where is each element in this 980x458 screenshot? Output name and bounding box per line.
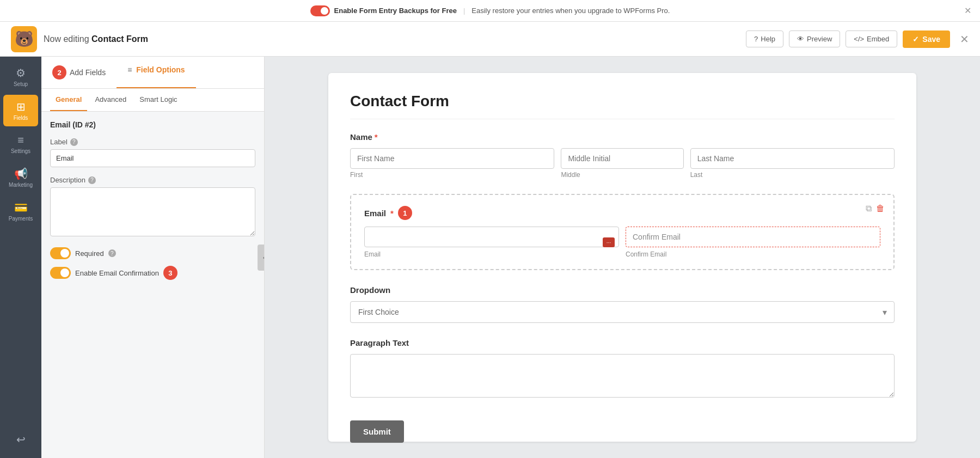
email-section[interactable]: Email * 1 ··· Email Confirm Email	[350, 194, 895, 270]
email-input-wrap: ··· Email	[364, 227, 619, 258]
sidebar-item-history[interactable]: ↩	[3, 428, 38, 451]
tab-add-fields[interactable]: 2 Add Fields	[41, 57, 117, 88]
sub-tab-general[interactable]: General	[50, 89, 87, 111]
description-textarea[interactable]	[50, 187, 255, 236]
form-divider	[350, 119, 895, 119]
description-help-icon[interactable]: ?	[88, 176, 96, 184]
middle-initial-field: Middle	[561, 148, 683, 179]
paragraph-section: Paragraph Text	[350, 338, 895, 400]
field-options-label: Field Options	[136, 65, 185, 74]
confirm-email-wrap: Confirm Email Confirm Email	[626, 227, 880, 258]
dropdown-label: Dropdown	[350, 285, 895, 295]
fields-label: Fields	[14, 115, 28, 121]
panel-tabs: 2 Add Fields ≡ Field Options	[41, 57, 264, 89]
banner-description: Easily restore your entries when you upg…	[471, 7, 670, 15]
logo-icon: 🐻	[11, 26, 37, 52]
sub-tabs: General Advanced Smart Logic	[41, 89, 264, 112]
banner-toggle[interactable]	[310, 5, 330, 16]
first-name-input[interactable]	[350, 148, 554, 169]
sidebar-item-marketing[interactable]: 📢 Marketing	[3, 162, 38, 193]
label-help-icon[interactable]: ?	[70, 138, 78, 146]
save-button[interactable]: ✓ Save	[903, 30, 950, 48]
email-row: ··· Email Confirm Email Confirm Email	[364, 227, 880, 258]
collapse-panel-button[interactable]: ‹	[258, 245, 265, 271]
settings-label: Settings	[11, 148, 30, 154]
email-btn-icon: ···	[607, 240, 611, 246]
form-name-header: Contact Form	[91, 34, 148, 44]
editing-prefix: Now editing	[44, 34, 89, 44]
app-layout: ⚙ Setup ⊞ Fields ≡ Settings 📢 Marketing …	[0, 57, 980, 458]
embed-button[interactable]: </> Embed	[846, 30, 897, 47]
panel-content: Email (ID #2) Label ? Description ? Requ…	[41, 112, 264, 295]
email-confirm-toggle[interactable]	[50, 267, 71, 279]
description-group: Description ?	[50, 176, 255, 239]
email-confirm-label: Enable Email Confirmation	[75, 269, 159, 277]
name-section: Name * First Middle Last	[350, 132, 895, 179]
email-icon-button[interactable]: ···	[603, 237, 615, 247]
tab-field-options[interactable]: ≡ Field Options	[117, 57, 196, 88]
header-actions: ? Help 👁 Preview </> Embed ✓ Save ✕	[746, 30, 969, 48]
main-header: 🐻 Now editing Contact Form ? Help 👁 Prev…	[0, 22, 980, 57]
name-required-star: *	[375, 132, 378, 142]
label-input[interactable]	[50, 149, 255, 167]
first-name-field: First	[350, 148, 554, 179]
delete-icon[interactable]: 🗑	[876, 204, 885, 213]
first-sub-label: First	[350, 171, 554, 179]
sidebar-item-settings[interactable]: ≡ Settings	[3, 129, 38, 160]
last-name-input[interactable]	[690, 148, 895, 169]
field-options-icon: ≡	[127, 65, 132, 74]
sub-tab-smart-logic[interactable]: Smart Logic	[134, 89, 182, 111]
banner-close[interactable]: ✕	[964, 5, 971, 16]
badge-1: 1	[398, 206, 412, 220]
sidebar-item-fields[interactable]: ⊞ Fields	[3, 95, 38, 126]
email-required-star: *	[390, 209, 394, 218]
preview-icon: 👁	[797, 35, 804, 43]
payments-label: Payments	[9, 216, 33, 222]
required-toggle[interactable]	[50, 247, 71, 259]
settings-icon: ≡	[17, 134, 24, 146]
help-button[interactable]: ? Help	[746, 30, 783, 47]
label-field-label: Label ?	[50, 138, 255, 146]
field-id-title: Email (ID #2)	[50, 120, 255, 129]
field-options-panel: 2 Add Fields ≡ Field Options General Adv…	[41, 57, 265, 458]
duplicate-icon[interactable]: ⧉	[866, 204, 872, 213]
dropdown-select[interactable]: First Choice	[350, 301, 895, 323]
label-group: Label ?	[50, 138, 255, 167]
sidebar-item-payments[interactable]: 💳 Payments	[3, 196, 38, 227]
sub-tab-advanced[interactable]: Advanced	[89, 89, 132, 111]
form-area: Contact Form Name * First Middle	[265, 57, 980, 458]
history-icon: ↩	[16, 433, 26, 446]
setup-icon: ⚙	[16, 66, 26, 80]
check-icon: ✓	[912, 35, 919, 44]
email-action-icons: ⧉ 🗑	[866, 204, 885, 213]
top-banner: Enable Form Entry Backups for Free | Eas…	[0, 0, 980, 22]
badge-3: 3	[163, 266, 177, 280]
sidebar-item-setup[interactable]: ⚙ Setup	[3, 61, 38, 93]
name-label: Name *	[350, 132, 895, 142]
confirm-email-box: Confirm Email	[626, 227, 880, 247]
marketing-icon: 📢	[14, 167, 28, 180]
paragraph-label: Paragraph Text	[350, 338, 895, 347]
middle-sub-label: Middle	[561, 171, 683, 179]
email-confirm-toggle-row: Enable Email Confirmation 3	[50, 266, 255, 280]
fields-icon: ⊞	[16, 100, 26, 113]
email-input[interactable]	[364, 227, 619, 247]
banner-title: Enable Form Entry Backups for Free	[334, 7, 457, 15]
form-title: Contact Form	[350, 93, 895, 110]
confirm-email-sub-label: Confirm Email	[626, 251, 880, 258]
submit-button[interactable]: Submit	[350, 420, 404, 443]
email-section-label: Email * 1	[364, 206, 880, 220]
dropdown-wrap: First Choice ▾	[350, 301, 895, 323]
marketing-label: Marketing	[9, 182, 33, 188]
middle-initial-input[interactable]	[561, 148, 683, 169]
paragraph-textarea[interactable]	[350, 354, 895, 398]
required-help-icon[interactable]: ?	[108, 249, 116, 257]
description-field-label: Description ?	[50, 176, 255, 184]
payments-icon: 💳	[14, 201, 28, 214]
last-name-field: Last	[690, 148, 895, 179]
dropdown-section: Dropdown First Choice ▾	[350, 285, 895, 323]
embed-icon: </>	[854, 35, 864, 43]
email-sub-label: Email	[364, 251, 619, 258]
close-button[interactable]: ✕	[960, 33, 969, 46]
preview-button[interactable]: 👁 Preview	[789, 30, 840, 47]
